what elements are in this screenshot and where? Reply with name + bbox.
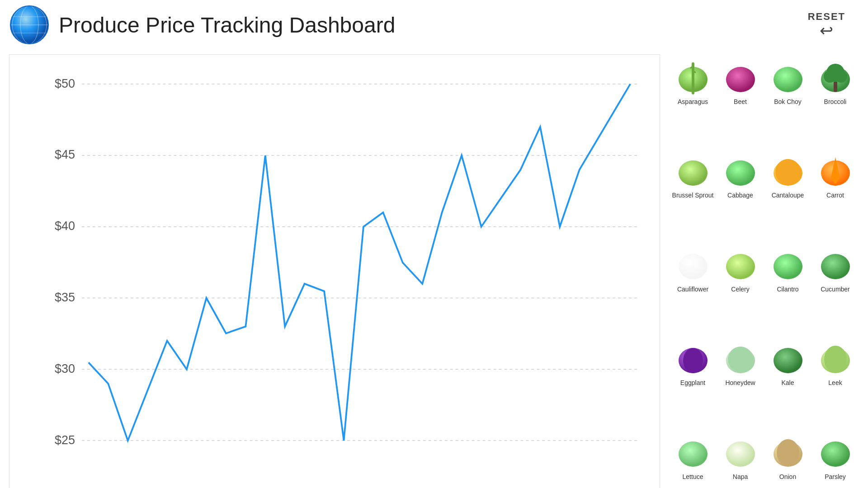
- produce-label: Honeydew: [725, 379, 755, 386]
- produce-label: Lettuce: [683, 473, 703, 480]
- svg-point-57: [777, 439, 799, 466]
- produce-item-eggplant[interactable]: Eggplant: [669, 335, 717, 429]
- produce-image-celery: [721, 245, 760, 284]
- reset-arrow-icon: ↩: [820, 23, 833, 39]
- produce-item-cauliflower[interactable]: Cauliflower: [669, 242, 717, 335]
- produce-label: Napa: [733, 473, 748, 480]
- produce-item-celery[interactable]: Celery: [717, 242, 764, 335]
- svg-text:$25: $25: [55, 433, 75, 447]
- produce-label: Asparagus: [678, 98, 708, 105]
- produce-item-cantaloupe[interactable]: Cantaloupe: [764, 148, 811, 241]
- produce-image-cabbage: [721, 151, 760, 190]
- produce-label: Celery: [731, 286, 749, 293]
- produce-image-cauliflower: [674, 245, 712, 284]
- svg-point-30: [726, 67, 755, 92]
- svg-point-35: [835, 70, 847, 83]
- produce-item-honeydew[interactable]: Honeydew: [717, 335, 764, 429]
- svg-point-54: [679, 441, 708, 467]
- produce-label: Cucumber: [821, 286, 850, 293]
- produce-label: Parsley: [825, 473, 846, 480]
- produce-image-cantaloupe: [769, 151, 807, 190]
- produce-image-parsley: [816, 433, 854, 471]
- svg-point-48: [683, 348, 703, 373]
- svg-point-40: [775, 159, 801, 184]
- produce-image-kale: [769, 339, 807, 377]
- produce-label: Bok Choy: [774, 98, 802, 105]
- produce-item-lettuce[interactable]: Lettuce: [669, 429, 717, 488]
- main-content: $50 $45 $40 $35 $30 $25 $20 Jan 02 Jan 0…: [0, 50, 868, 488]
- produce-image-asparagus: [674, 58, 712, 96]
- produce-image-broccoli: [816, 58, 854, 96]
- svg-point-51: [774, 348, 802, 373]
- produce-label: Broccoli: [824, 98, 847, 105]
- produce-image-cilantro: [769, 245, 807, 284]
- produce-item-cucumber[interactable]: Cucumber: [811, 242, 859, 335]
- svg-text:$40: $40: [55, 219, 75, 233]
- produce-image-cucumber: [816, 245, 854, 284]
- produce-item-leek[interactable]: Leek: [811, 335, 859, 429]
- produce-label: Cauliflower: [677, 286, 708, 293]
- produce-grid: Asparagus Beet: [669, 54, 859, 488]
- produce-item-brussel-sprout[interactable]: Brussel Sprout: [669, 148, 717, 241]
- produce-item-carrot[interactable]: Carrot: [811, 148, 859, 241]
- produce-image-napa: [721, 433, 760, 471]
- svg-point-38: [726, 160, 755, 186]
- produce-item-onion[interactable]: Onion: [764, 429, 811, 488]
- svg-point-34: [824, 70, 836, 83]
- svg-text:$50: $50: [55, 77, 75, 90]
- svg-point-58: [821, 441, 850, 467]
- produce-label: Cabbage: [727, 192, 753, 199]
- produce-item-cilantro[interactable]: Cilantro: [764, 242, 811, 335]
- svg-point-45: [774, 254, 802, 279]
- svg-text:$45: $45: [55, 148, 75, 161]
- produce-item-kale[interactable]: Kale: [764, 335, 811, 429]
- app-header: Produce Price Tracking Dashboard RESET ↩: [0, 0, 868, 50]
- produce-image-lettuce: [674, 433, 712, 471]
- produce-label: Eggplant: [680, 379, 705, 386]
- svg-point-55: [726, 441, 755, 467]
- reset-button[interactable]: RESET ↩: [808, 11, 845, 39]
- produce-image-carrot: [816, 151, 854, 190]
- svg-point-44: [726, 254, 755, 279]
- produce-label: Cilantro: [777, 286, 798, 293]
- produce-item-bok-choy[interactable]: Bok Choy: [764, 54, 811, 148]
- produce-label: Carrot: [826, 192, 844, 199]
- chart-svg: $50 $45 $40 $35 $30 $25 $20 Jan 02 Jan 0…: [41, 64, 651, 488]
- svg-point-37: [679, 160, 708, 186]
- produce-item-napa[interactable]: Napa: [717, 429, 764, 488]
- produce-item-cabbage[interactable]: Cabbage: [717, 148, 764, 241]
- produce-label: Leek: [828, 379, 842, 386]
- produce-item-parsley[interactable]: Parsley: [811, 429, 859, 488]
- produce-label: Kale: [781, 379, 794, 386]
- globe-icon: [9, 5, 50, 45]
- svg-text:$30: $30: [55, 362, 75, 375]
- svg-point-31: [774, 67, 802, 92]
- produce-image-eggplant: [674, 339, 712, 377]
- svg-rect-36: [834, 82, 837, 92]
- produce-image-bok-choy: [769, 58, 807, 96]
- svg-point-53: [824, 346, 847, 373]
- produce-label: Beet: [734, 98, 747, 105]
- produce-label: Onion: [779, 473, 796, 480]
- svg-point-50: [728, 347, 753, 372]
- produce-item-beet[interactable]: Beet: [717, 54, 764, 148]
- produce-item-asparagus[interactable]: Asparagus: [669, 54, 717, 148]
- produce-image-honeydew: [721, 339, 760, 377]
- svg-point-43: [679, 254, 708, 279]
- produce-label: Cantaloupe: [772, 192, 804, 199]
- produce-image-onion: [769, 433, 807, 471]
- svg-text:$35: $35: [55, 291, 75, 304]
- produce-image-beet: [721, 58, 760, 96]
- produce-image-leek: [816, 339, 854, 377]
- page-title: Produce Price Tracking Dashboard: [59, 13, 808, 38]
- svg-point-46: [821, 254, 850, 279]
- produce-item-broccoli[interactable]: Broccoli: [811, 54, 859, 148]
- price-chart: $50 $45 $40 $35 $30 $25 $20 Jan 02 Jan 0…: [9, 54, 660, 488]
- produce-image-brussel-sprout: [674, 151, 712, 190]
- produce-label: Brussel Sprout: [672, 192, 714, 199]
